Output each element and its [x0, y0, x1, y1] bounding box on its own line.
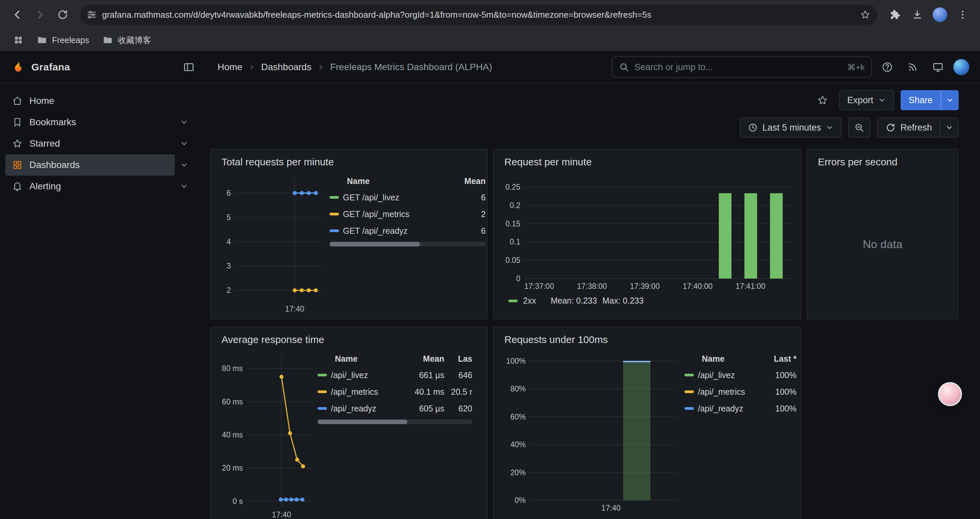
help-icon[interactable]	[877, 57, 897, 77]
panel-title[interactable]: Total requests per minute	[216, 153, 482, 170]
legend-item[interactable]: /api/_metrics100%	[684, 383, 797, 400]
panel-average-response-time: Average response time 80 ms60 ms40 ms20 …	[210, 327, 488, 519]
sidebar-item-label: Starred	[29, 138, 60, 149]
search-icon	[619, 62, 629, 72]
bookmark-folder-freeleaps[interactable]: Freeleaps	[31, 31, 94, 49]
share-button[interactable]: Share	[900, 90, 941, 110]
scrollbar-thumb[interactable]	[329, 242, 420, 246]
legend-item[interactable]: GET /api/_metrics2	[329, 206, 486, 222]
back-button[interactable]	[7, 4, 28, 26]
sidebar-item-label: Dashboards	[29, 160, 80, 170]
profile-avatar-image	[932, 7, 947, 22]
refresh-button[interactable]: Refresh	[877, 118, 941, 137]
panel-title[interactable]: Errors per second	[813, 153, 953, 170]
apps-grid-icon[interactable]	[8, 31, 29, 49]
average-response-chart: 80 ms60 ms40 ms20 ms0 s17:40	[247, 356, 312, 507]
chevron-down-icon[interactable]	[175, 134, 194, 153]
legend-item[interactable]: /api/_metrics40.1 ms20.5 r	[318, 383, 473, 400]
panel-title[interactable]: Requests under 100ms	[499, 331, 795, 348]
legend-header-mean[interactable]: Mean	[402, 354, 444, 364]
panel-request-per-minute: Request per minute 0.250.20.150.10.05017…	[493, 149, 801, 319]
user-avatar[interactable]	[953, 59, 969, 75]
series-name[interactable]: 2xx	[523, 296, 536, 306]
breadcrumb-dashboards[interactable]: Dashboards	[261, 62, 312, 72]
chevron-down-icon	[946, 96, 954, 104]
news-rss-icon[interactable]	[903, 57, 923, 77]
home-icon	[12, 96, 23, 106]
search-input[interactable]: ⌘+k	[612, 56, 872, 78]
browser-window: Freeleaps 收藏博客 Grafana Home Dashboards	[0, 0, 980, 519]
legend-scrollbar[interactable]	[329, 242, 486, 246]
refresh-split-button: Refresh	[877, 118, 959, 137]
breadcrumb-home[interactable]: Home	[218, 62, 242, 72]
legend-item[interactable]: /api/_readyz100%	[684, 400, 797, 417]
bookmark-folder-blogs[interactable]: 收藏博客	[97, 31, 156, 49]
chevron-down-icon[interactable]	[175, 156, 194, 174]
series-color-marker	[329, 196, 339, 199]
legend-header-name[interactable]: Name	[334, 176, 443, 186]
zoom-out-icon	[854, 123, 864, 133]
site-settings-icon[interactable]	[87, 10, 97, 20]
downloads-icon[interactable]	[907, 4, 928, 26]
grafana-logo[interactable]	[11, 60, 25, 75]
legend-header-name[interactable]: Name	[321, 354, 402, 364]
folder-icon	[102, 35, 113, 45]
legend-item[interactable]: /api/_readyz605 µs620	[318, 400, 473, 417]
bookmark-icon	[12, 117, 23, 128]
forward-button[interactable]	[29, 4, 51, 26]
no-data-message: No data	[807, 170, 958, 319]
legend-item[interactable]: /api/_livez661 µs646	[318, 367, 473, 383]
legend-item[interactable]: /api/_livez100%	[684, 367, 797, 383]
panel-requests-under-100ms: Requests under 100ms 100%80%60%40%20%0%1…	[493, 327, 801, 519]
dock-menu-icon[interactable]	[179, 57, 199, 77]
url-input[interactable]	[102, 10, 854, 20]
chevron-down-icon[interactable]	[175, 113, 194, 132]
series-color-marker	[508, 300, 518, 302]
total-requests-chart: 6543217:40	[235, 180, 323, 301]
address-bar[interactable]	[80, 5, 877, 25]
folder-icon	[37, 35, 48, 45]
time-range-picker[interactable]: Last 5 minutes	[740, 118, 842, 137]
bell-icon	[12, 181, 23, 192]
grafana-app: Grafana Home Dashboards Freeleaps Metric…	[0, 51, 980, 519]
profile-avatar[interactable]	[929, 4, 951, 26]
bookmark-folder-label: Freeleaps	[52, 35, 89, 45]
brand-name: Grafana	[31, 61, 70, 73]
extensions-icon[interactable]	[884, 4, 905, 26]
refresh-interval-caret[interactable]	[941, 118, 959, 137]
chrome-menu-icon[interactable]	[952, 4, 973, 26]
legend-item[interactable]: GET /api/_readyz6	[329, 222, 486, 239]
legend-table: NameMean GET /api/_livez6 GET /api/_metr…	[329, 173, 486, 301]
legend-header-last[interactable]: Last *	[765, 354, 797, 364]
legend-header-last[interactable]: Las	[444, 354, 473, 364]
legend-scrollbar[interactable]	[318, 420, 473, 424]
panel-title[interactable]: Average response time	[216, 331, 482, 348]
search-text-input[interactable]	[635, 62, 842, 72]
share-menu-caret[interactable]	[941, 90, 959, 110]
sidebar-item-home: Home	[5, 90, 194, 112]
panel-total-requests: Total requests per minute 6543217:40 Nam…	[210, 149, 488, 319]
bookmarks-bar: Freeleaps 收藏博客	[0, 29, 980, 51]
legend-header-mean[interactable]: Mean	[443, 176, 486, 186]
under-100ms-chart: 100%80%60%40%20%0%17:40	[530, 356, 676, 500]
zoom-out-button[interactable]	[848, 118, 870, 137]
legend-item[interactable]: GET /api/_livez6	[329, 189, 486, 206]
legend-line[interactable]: 2xx Mean: 0.233 Max: 0.233	[508, 296, 795, 306]
assistant-avatar-overlay[interactable]	[938, 382, 962, 406]
sidebar-item-label: Home	[29, 96, 54, 106]
dashboard-actions: Export Share	[813, 90, 959, 110]
share-split-button: Share	[900, 90, 959, 110]
series-color-marker	[684, 407, 694, 410]
reload-button[interactable]	[52, 4, 73, 26]
scrollbar-thumb[interactable]	[318, 420, 407, 424]
kiosk-monitor-icon[interactable]	[928, 57, 948, 77]
export-button[interactable]: Export	[839, 90, 894, 110]
chevron-down-icon[interactable]	[175, 177, 194, 196]
legend-header-name[interactable]: Name	[689, 354, 765, 364]
star-icon	[12, 138, 23, 149]
legend-mean: Mean: 0.233	[551, 296, 597, 306]
favorite-star-icon[interactable]	[813, 90, 832, 110]
bookmark-star-icon[interactable]	[860, 10, 870, 20]
panel-title[interactable]: Request per minute	[499, 153, 795, 170]
legend-table: NameMeanLas /api/_livez661 µs646 /api/_m…	[318, 351, 473, 507]
